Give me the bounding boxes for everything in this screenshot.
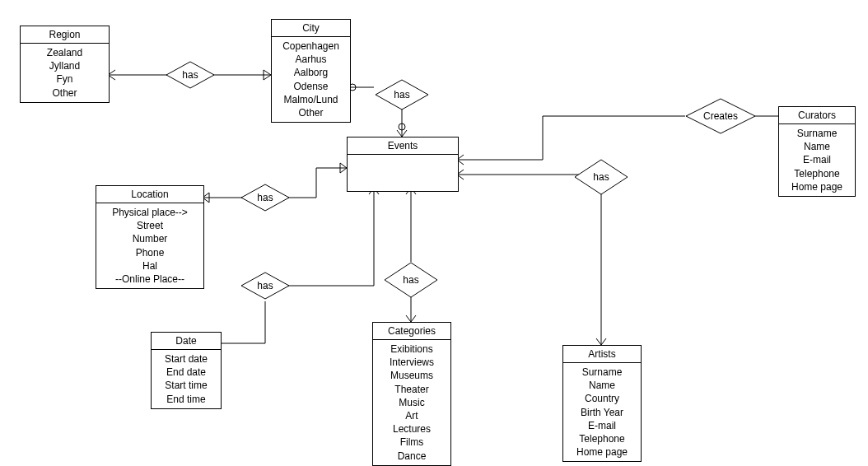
relationship-city-events: has — [375, 79, 429, 110]
entity-location-title: Location — [96, 186, 203, 203]
entity-events: Events — [347, 137, 459, 192]
entity-city-title: City — [272, 20, 350, 37]
relationship-artists-events: has — [574, 159, 628, 195]
entity-curators: Curators Surname Name E-mail Telephone H… — [778, 106, 856, 197]
entity-artists-attrs: Surname Name Country Birth Year E-mail T… — [563, 363, 641, 461]
entity-events-title: Events — [348, 137, 458, 155]
entity-artists: Artists Surname Name Country Birth Year … — [562, 345, 642, 462]
entity-date-title: Date — [152, 333, 221, 350]
relationship-region-city: has — [166, 61, 215, 89]
relationship-curators-events: Creates — [685, 98, 756, 134]
entity-location: Location Physical place--> Street Number… — [96, 185, 204, 289]
entity-categories-attrs: Exibitions Interviews Museums Theater Mu… — [373, 340, 450, 465]
entity-date-attrs: Start date End date Start time End time — [152, 350, 221, 408]
entity-date: Date Start date End date Start time End … — [151, 332, 222, 409]
entity-artists-title: Artists — [563, 346, 641, 363]
entity-categories: Categories Exibitions Interviews Museums… — [372, 322, 451, 466]
entity-curators-attrs: Surname Name E-mail Telephone Home page — [779, 124, 855, 196]
relationship-location-events: has — [240, 184, 290, 212]
entity-region-title: Region — [21, 26, 109, 44]
relationship-date-events: has — [240, 272, 290, 300]
entity-city: City Copenhagen Aarhus Aalborg Odense Ma… — [271, 19, 351, 123]
svg-point-5 — [399, 123, 405, 130]
entity-events-attrs — [348, 155, 458, 191]
er-diagram: Region Zealand Jylland Fyn Other City Co… — [0, 0, 868, 466]
entity-categories-title: Categories — [373, 323, 450, 340]
entity-curators-title: Curators — [779, 107, 855, 124]
relationship-categories-events: has — [384, 262, 438, 298]
entity-location-attrs: Physical place--> Street Number Phone Ha… — [96, 203, 203, 288]
entity-region: Region Zealand Jylland Fyn Other — [20, 26, 110, 103]
entity-region-attrs: Zealand Jylland Fyn Other — [21, 44, 109, 102]
entity-city-attrs: Copenhagen Aarhus Aalborg Odense Malmo/L… — [272, 37, 350, 122]
